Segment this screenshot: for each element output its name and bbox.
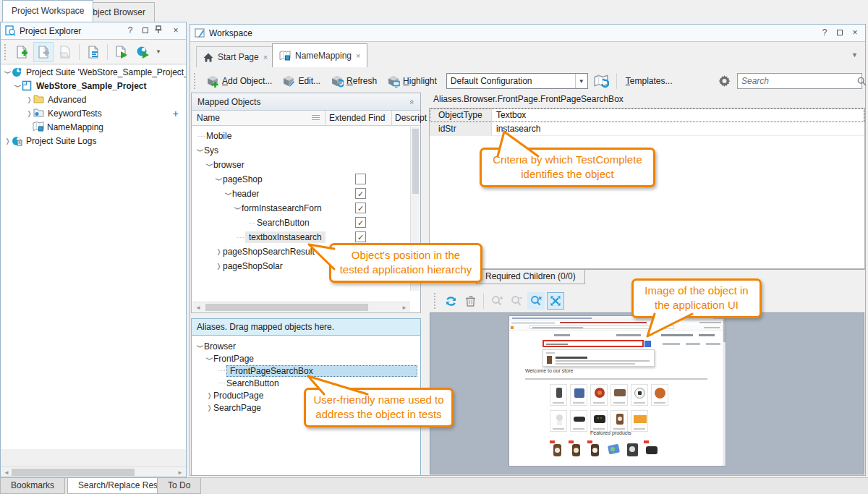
expander-icon[interactable]: ❭ [215,248,223,255]
close-tab-icon[interactable]: × [356,51,360,60]
pin-icon[interactable] [155,25,166,37]
configuration-select[interactable]: Default Configuration ▼ [446,73,588,89]
toolbar-grip[interactable] [4,44,8,60]
tree-item-browser[interactable]: ❭browser [192,158,410,172]
tree-item-pageshop[interactable]: ❭pageShop [192,172,410,187]
settings-gear-icon[interactable] [714,71,734,91]
extended-find-checkbox[interactable]: ✓ [355,188,366,199]
tree-item-sys[interactable]: ❭Sys [192,143,410,158]
combo-dropdown-icon[interactable]: ▼ [575,74,587,88]
extended-find-checkbox[interactable]: ✓ [355,231,366,242]
tab-start-page[interactable]: Start Page × [196,46,275,67]
help-icon[interactable]: ? [124,25,136,37]
close-icon[interactable]: × [849,27,861,39]
column-description[interactable]: Descript [395,113,427,123]
expander-icon[interactable]: ❭ [25,96,33,103]
tree-item-keywordtests[interactable]: ❭ KeywordTests + [1,106,186,120]
expander-icon[interactable]: ❭ [216,176,223,184]
help-icon[interactable]: ? [819,27,830,39]
tree-item-browser-alias[interactable]: ❭Browser [192,340,420,352]
organize-tests-button[interactable] [83,42,103,62]
extended-find-checkbox[interactable]: ✓ [355,203,366,213]
tree-item-project-suite[interactable]: ❭ Project Suite 'WebStore_Sample_Project… [1,65,186,79]
tab-namemapping[interactable]: NameMapping × [272,43,367,67]
expander-icon[interactable]: ❭ [4,137,12,145]
tree-item-project[interactable]: ❭ WebStore_Sample_Project [1,79,186,93]
expander-icon[interactable]: ❭ [14,82,22,90]
tab-required-children[interactable]: Required Children (0/0) [476,270,585,284]
property-row-objecttype[interactable]: ObjectType Textbox [430,108,864,122]
tree-item-searchbutton[interactable]: SearchButton✓ [192,216,410,230]
tab-to-do[interactable]: To Do [157,478,201,494]
close-icon[interactable]: × [170,25,182,37]
tree-item-namemapping[interactable]: NameMapping [1,120,186,134]
maximize-icon[interactable] [834,27,846,39]
toolbar-grip[interactable] [434,293,438,309]
tree-item-forminstasearchform[interactable]: ❭formInstasearchForn✓ [192,201,410,216]
column-name[interactable]: Name [197,113,220,123]
add-project-button[interactable] [33,42,54,62]
add-keywordtest-button[interactable]: + [173,108,179,119]
tab-project-workspace[interactable]: Project Workspace [2,0,93,22]
close-tab-icon[interactable]: × [263,53,268,61]
tab-bookmarks[interactable]: Bookmarks [0,478,65,494]
run-project-suite-button[interactable] [133,42,153,62]
tree-item-label: pageShop [223,174,263,184]
zoom-out-button[interactable] [508,292,525,310]
tree-item-label: browser [213,160,244,170]
project-explorer-header: Project Explorer ? × [1,22,186,40]
expander-icon[interactable]: ❭ [225,190,232,198]
property-value[interactable]: Textbox [492,108,864,122]
search-icon[interactable] [857,77,868,86]
fit-to-window-button[interactable] [547,292,564,310]
tree-item-project-suite-logs[interactable]: ❭ Project Suite Logs [1,134,186,148]
tree-item-frontpage[interactable]: ❭FrontPage [192,352,420,365]
expander-icon[interactable]: ❭ [234,205,242,213]
mapped-objects-hscrollbar[interactable]: ◄► [192,302,410,312]
tree-item-advanced[interactable]: ❭ Advanced [1,93,186,106]
expander-icon[interactable]: ❭ [215,263,223,270]
property-value[interactable]: instasearch [492,122,864,135]
expander-icon[interactable]: ❭ [25,110,33,117]
tab-project-workspace-label: Project Workspace [12,6,84,16]
edit-icon [282,75,295,88]
expander-icon[interactable]: ❭ [205,392,213,399]
add-object-button[interactable]: Add Object... [203,74,276,89]
tree-item-mobile[interactable]: Mobile [192,129,410,143]
run-dropdown-arrow[interactable]: ▼ [156,48,161,55]
zoom-in-button[interactable] [488,292,506,310]
tab-object-browser-label: Object Browser [86,7,145,17]
toolbar-grip[interactable] [194,73,197,89]
collapse-panel-icon[interactable]: « [408,99,417,103]
extended-find-checkbox[interactable] [355,174,366,184]
open-project-button[interactable] [55,42,75,62]
expander-icon[interactable]: ❭ [197,147,204,155]
run-project-button[interactable] [111,42,132,62]
refresh-image-button[interactable] [442,292,459,310]
tab-list-dropdown-icon[interactable]: ▼ [851,51,858,59]
update-mapping-icon-button[interactable] [591,71,611,91]
delete-image-button[interactable] [461,292,479,310]
refresh-button[interactable]: Refresh [327,74,380,89]
expander-icon[interactable]: ❭ [206,161,213,169]
maximize-icon[interactable] [140,25,151,37]
tree-item-label: Project Suite 'WebStore_Sample_Project_S… [26,67,186,77]
tree-item-header[interactable]: ❭header✓ [192,187,410,201]
zoom-reset-button[interactable] [527,292,545,310]
expander-icon[interactable]: ❭ [4,68,12,76]
tree-item-textboxinstasearch[interactable]: textboxInstasearch✓ [192,230,410,244]
mapped-objects-column-header: Name Extended Find Descript [192,111,420,126]
extended-find-checkbox[interactable]: ✓ [355,217,366,228]
search-input[interactable] [738,76,857,86]
expander-icon[interactable]: ❭ [206,354,213,362]
add-project-suite-button[interactable] [12,42,32,62]
expander-icon[interactable]: ❭ [205,404,213,412]
edit-button[interactable]: Edit... [278,74,324,89]
sort-icon[interactable] [312,115,320,122]
project-explorer-hscrollbar[interactable]: ◄► [1,467,186,477]
search-box [737,73,862,89]
templates-button[interactable]: Templates... [622,74,676,88]
expander-icon[interactable]: ❭ [197,342,204,350]
highlight-button[interactable]: Highlight [383,74,441,89]
column-extended-find[interactable]: Extended Find [329,113,385,123]
